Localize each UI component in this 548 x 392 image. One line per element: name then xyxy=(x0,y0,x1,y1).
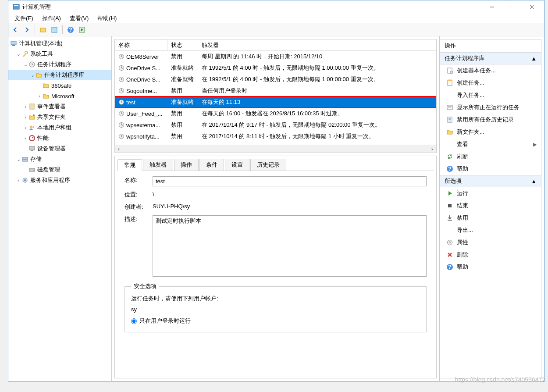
task-row[interactable]: SogouIme...禁用当任何用户登录时 xyxy=(115,85,436,96)
svg-rect-6 xyxy=(40,28,46,32)
menu-action[interactable]: 操作(A) xyxy=(38,14,65,23)
expander-icon[interactable]: › xyxy=(15,178,21,183)
tree-services-apps[interactable]: › 服务和应用程序 xyxy=(8,175,111,185)
action-item[interactable]: 新文件夹... xyxy=(440,126,541,138)
run-button[interactable] xyxy=(77,25,87,35)
collapse-icon[interactable]: ▲ xyxy=(531,55,537,62)
task-row[interactable]: wpsexterna...禁用在 2017/10/14 的 9:17 时 - 触… xyxy=(115,119,436,131)
tree-performance[interactable]: › 性能 xyxy=(8,133,111,143)
expander-icon[interactable]: ⌄ xyxy=(15,51,21,57)
task-row[interactable]: User_Feed_...禁用在每天的 16:00 - 触发器在 2026/8/… xyxy=(115,108,436,119)
collapse-icon[interactable]: ▲ xyxy=(531,178,537,185)
tree-disk-mgmt[interactable]: 磁盘管理 xyxy=(8,164,111,175)
scroll-right-icon[interactable]: › xyxy=(428,146,436,152)
expander-icon[interactable]: › xyxy=(22,104,28,109)
scroll-left-icon[interactable]: ‹ xyxy=(115,146,123,152)
action-item[interactable]: ?帮助 xyxy=(440,163,541,175)
svg-point-18 xyxy=(32,126,34,128)
tree-device-manager[interactable]: 设备管理器 xyxy=(8,143,111,154)
col-status[interactable]: 状态 xyxy=(167,39,198,51)
tab-actions[interactable]: 操作 xyxy=(174,159,199,171)
action-item[interactable]: 属性 xyxy=(440,236,541,249)
svg-rect-39 xyxy=(447,105,452,110)
svg-rect-43 xyxy=(448,204,452,207)
close-button[interactable] xyxy=(522,0,542,14)
col-trigger[interactable]: 触发器 xyxy=(198,39,436,51)
tab-general[interactable]: 常规 xyxy=(117,159,142,171)
action-item[interactable]: ?帮助 xyxy=(440,261,541,273)
svg-rect-38 xyxy=(448,80,452,86)
action-item[interactable]: 查看▶ xyxy=(440,138,541,150)
action-item[interactable]: 导入任务... xyxy=(440,89,541,101)
action-item[interactable]: 刷新 xyxy=(440,150,541,163)
horizontal-scrollbar[interactable]: ‹ › xyxy=(115,145,436,153)
toolbar: ? xyxy=(8,23,544,36)
radio-logged-on[interactable] xyxy=(131,318,137,324)
tree-microsoft[interactable]: › Microsoft xyxy=(8,91,111,101)
menu-help[interactable]: 帮助(H) xyxy=(93,14,121,23)
tab-conditions[interactable]: 条件 xyxy=(199,159,224,171)
task-row[interactable]: OneDrive S...准备就绪在 1992/5/1 的 4:00 时 - 触… xyxy=(115,74,436,85)
tree-local-users[interactable]: › 本地用户和组 xyxy=(8,122,111,133)
tree-task-scheduler[interactable]: ⌄ 任务计划程序 xyxy=(8,59,111,70)
col-name[interactable]: 名称 xyxy=(115,39,167,51)
task-list-scroll[interactable]: 名称 状态 触发器 OEM8Server禁用每周 星期四 的 11:46 时，开… xyxy=(115,39,436,145)
perf-icon xyxy=(28,135,36,142)
action-item[interactable]: 禁用所有任务历史记录 xyxy=(440,114,541,126)
action-section-library[interactable]: 任务计划程序库 ▲ xyxy=(440,52,541,64)
action-item[interactable]: 导出... xyxy=(440,224,541,236)
expander-icon[interactable]: ⌄ xyxy=(29,72,36,78)
properties-button[interactable] xyxy=(49,25,60,35)
desc-textarea[interactable] xyxy=(153,215,427,277)
tree-task-library[interactable]: ⌄ 任务计划程序库 xyxy=(8,70,111,80)
tree-root[interactable]: 计算机管理(本地) xyxy=(8,38,111,49)
expander-icon[interactable]: › xyxy=(22,125,28,130)
forward-button[interactable] xyxy=(21,25,32,35)
task-status: 禁用 xyxy=(167,120,198,130)
action-item[interactable]: 创建基本任务... xyxy=(440,64,541,77)
action-icon: ? xyxy=(446,165,453,172)
tree-storage[interactable]: ⌄ 存储 xyxy=(8,154,111,164)
action-item[interactable]: 创建任务... xyxy=(440,77,541,89)
tree-event-viewer[interactable]: › 事件查看器 xyxy=(8,101,111,112)
svg-point-17 xyxy=(30,126,32,128)
action-icon xyxy=(446,104,453,111)
name-input[interactable] xyxy=(153,176,427,186)
action-item[interactable]: 显示所有正在运行的任务 xyxy=(440,101,541,114)
expander-icon[interactable]: ⌄ xyxy=(15,157,21,162)
tree-systools[interactable]: ⌄ 系统工具 xyxy=(8,49,111,59)
svg-rect-22 xyxy=(22,157,28,159)
task-row[interactable]: wpsnotifyta...禁用在 2017/10/14 的 8:11 时 - … xyxy=(115,131,436,142)
expander-icon[interactable]: › xyxy=(22,114,28,120)
tree-shared-folders[interactable]: › 共享文件夹 xyxy=(8,112,111,122)
svg-rect-0 xyxy=(13,4,19,9)
tab-history[interactable]: 历史记录 xyxy=(250,159,286,171)
detail-scroll[interactable]: 常规 触发器 操作 条件 设置 历史记录 名称: 位置: xyxy=(115,156,436,378)
task-row[interactable]: OneDrive S...准备就绪在 1992/5/1 的 4:00 时 - 触… xyxy=(115,62,436,74)
task-row[interactable]: OEM8Server禁用每周 星期四 的 11:46 时，开始日期: 2015/… xyxy=(115,51,436,62)
help-button[interactable]: ? xyxy=(65,25,76,35)
action-icon xyxy=(446,190,453,197)
tree-360safe[interactable]: 360safe xyxy=(8,80,111,91)
action-item[interactable]: 运行 xyxy=(440,187,541,200)
back-button[interactable] xyxy=(10,25,21,35)
up-button[interactable] xyxy=(38,25,48,35)
menu-view[interactable]: 查看(V) xyxy=(65,14,93,23)
tab-triggers[interactable]: 触发器 xyxy=(143,159,173,171)
tab-settings[interactable]: 设置 xyxy=(225,159,249,171)
security-text: 运行任务时，请使用下列用户帐户: xyxy=(131,295,420,303)
action-item[interactable]: 删除 xyxy=(440,249,541,261)
task-status: 禁用 xyxy=(167,86,198,96)
expander-icon[interactable]: › xyxy=(22,135,28,141)
action-section-selected[interactable]: 所选项 ▲ xyxy=(440,175,541,187)
action-item[interactable]: 禁用 xyxy=(440,212,541,224)
menu-file[interactable]: 文件(F) xyxy=(10,14,38,23)
expander-icon[interactable]: ⌄ xyxy=(22,62,28,68)
expander-icon[interactable]: › xyxy=(36,93,43,99)
action-item[interactable]: 结束 xyxy=(440,200,541,212)
tree-panel[interactable]: 计算机管理(本地) ⌄ 系统工具 ⌄ 任务计划程序 ⌄ 任务计划程序库 360s… xyxy=(8,36,112,381)
svg-rect-21 xyxy=(31,150,33,151)
maximize-button[interactable] xyxy=(502,0,522,14)
task-row[interactable]: test准备就绪在每天的 11:13 xyxy=(115,96,436,108)
minimize-button[interactable] xyxy=(482,0,502,14)
